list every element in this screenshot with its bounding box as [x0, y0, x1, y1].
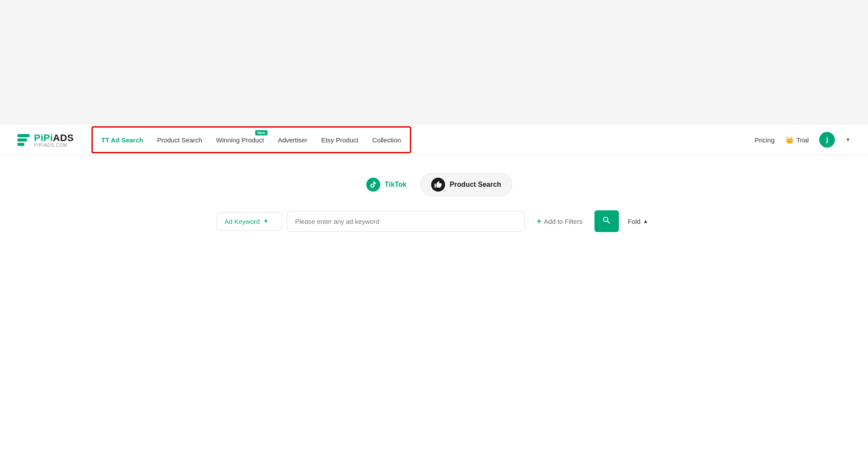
- nav-right: Pricing 👑 Trial j ▼: [755, 132, 851, 148]
- new-badge: New: [255, 130, 268, 135]
- nav-item-product-search[interactable]: Product Search: [157, 136, 202, 144]
- nav-item-wrapper-product-search: Product Search: [157, 136, 202, 144]
- logo-bar-3: [17, 143, 24, 146]
- search-input-wrapper: [287, 211, 525, 232]
- logo-bar-2: [17, 138, 27, 142]
- crown-icon: 👑: [785, 136, 794, 144]
- platform-tab-tiktok[interactable]: TikTok: [356, 173, 417, 196]
- fold-label: Fold: [628, 218, 640, 225]
- add-filters-button[interactable]: + Add to Filters: [530, 211, 590, 232]
- nav-item-wrapper-tt-ad-search: TT Ad Search: [101, 136, 143, 144]
- navbar: PiPiADS PIPIADS.COM TT Ad Search Product…: [0, 124, 868, 155]
- search-input[interactable]: [287, 212, 524, 231]
- nav-item-wrapper-advertiser: Advertiser: [278, 136, 307, 144]
- avatar[interactable]: j: [819, 132, 835, 148]
- nav-item-advertiser[interactable]: Advertiser: [278, 136, 307, 144]
- logo-text: PiPiADS PIPIADS.COM: [34, 132, 74, 148]
- search-icon: [602, 216, 611, 227]
- nav-item-wrapper-etsy-product: Etsy Product: [321, 136, 358, 144]
- content-area: TikTok Product Search Ad Keyword ▼ + Add…: [0, 155, 868, 424]
- fold-chevron-up-icon: ▲: [643, 218, 648, 224]
- trial-label: Trial: [797, 136, 809, 144]
- nav-highlight-box: TT Ad Search Product Search Winning Prod…: [91, 126, 411, 153]
- logo[interactable]: PiPiADS PIPIADS.COM: [17, 132, 74, 148]
- search-button[interactable]: [594, 210, 619, 232]
- nav-item-tt-ad-search[interactable]: TT Ad Search: [101, 136, 143, 144]
- add-filters-label: Add to Filters: [544, 218, 582, 225]
- logo-sub-text: PIPIADS.COM: [34, 143, 74, 148]
- keyword-dropdown-label: Ad Keyword: [225, 218, 260, 225]
- nav-item-wrapper-winning-product: Winning Product New: [216, 136, 264, 144]
- chevron-down-icon[interactable]: ▼: [845, 137, 851, 143]
- keyword-dropdown[interactable]: Ad Keyword ▼: [216, 212, 282, 231]
- logo-bar-1: [17, 134, 30, 137]
- nav-item-etsy-product[interactable]: Etsy Product: [321, 136, 358, 144]
- thumbsup-icon: [431, 178, 445, 192]
- platform-tab-product-search-label: Product Search: [449, 181, 501, 189]
- platform-tabs: TikTok Product Search: [356, 173, 512, 196]
- logo-icon: [17, 134, 30, 146]
- platform-tab-product-search[interactable]: Product Search: [420, 173, 512, 196]
- plus-icon: +: [537, 217, 542, 226]
- nav-item-wrapper-collection: Collection: [372, 136, 401, 144]
- search-container: Ad Keyword ▼ + Add to Filters Fold ▲: [216, 210, 652, 232]
- tiktok-icon: [366, 178, 380, 192]
- nav-item-collection[interactable]: Collection: [372, 136, 401, 144]
- logo-main-text: PiPiADS: [34, 132, 74, 144]
- fold-button[interactable]: Fold ▲: [624, 212, 652, 231]
- nav-item-pricing[interactable]: Pricing: [755, 136, 775, 144]
- platform-tab-tiktok-label: TikTok: [385, 181, 406, 189]
- keyword-dropdown-chevron: ▼: [263, 218, 268, 224]
- nav-item-winning-product[interactable]: Winning Product: [216, 136, 264, 144]
- trial-button[interactable]: 👑 Trial: [785, 136, 809, 144]
